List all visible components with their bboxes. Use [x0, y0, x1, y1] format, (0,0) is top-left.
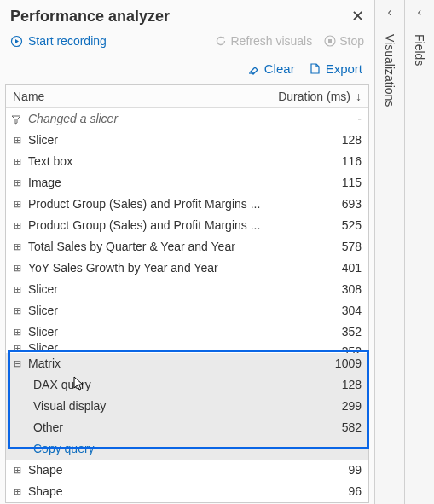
- expand-icon[interactable]: ⊞: [11, 217, 23, 235]
- grid-row[interactable]: ⊞Slicer128: [6, 130, 368, 151]
- row-label: Text box: [28, 153, 72, 171]
- clear-button[interactable]: Clear: [247, 61, 295, 76]
- svg-rect-4: [328, 39, 332, 43]
- export-icon: [309, 62, 321, 75]
- grid-row[interactable]: ⊞Shape96: [6, 481, 368, 502]
- grid-row[interactable]: ⊞Slicer352: [6, 343, 368, 353]
- row-duration: 299: [281, 397, 362, 415]
- performance-analyzer-panel: Performance analyzer ✕ Start recording R…: [0, 0, 375, 504]
- row-duration: 1009: [281, 355, 362, 373]
- sidebar-fields[interactable]: ‹ Fields: [405, 0, 435, 504]
- collapse-icon[interactable]: ⊟: [11, 355, 23, 373]
- row-duration: 115: [281, 174, 362, 192]
- row-label: Slicer: [28, 302, 58, 320]
- close-icon[interactable]: ✕: [351, 7, 364, 26]
- grid-body: Changed a slicer-⊞Slicer128⊞Text box116⊞…: [6, 108, 368, 502]
- clear-label: Clear: [264, 61, 295, 76]
- col-name[interactable]: Name: [6, 85, 263, 107]
- grid-row[interactable]: ⊞Slicer352: [6, 322, 368, 343]
- expand-icon[interactable]: ⊞: [11, 343, 23, 353]
- export-button[interactable]: Export: [309, 61, 362, 76]
- expand-icon[interactable]: ⊞: [11, 259, 23, 277]
- col-duration-label: Duration (ms): [278, 90, 350, 103]
- row-duration: 401: [281, 259, 362, 277]
- grid-row[interactable]: ⊞Slicer308: [6, 279, 368, 300]
- row-duration: 128: [281, 131, 362, 149]
- panel-titlebar: Performance analyzer ✕: [0, 0, 374, 29]
- row-duration: 116: [281, 153, 362, 171]
- row-label: Image: [28, 174, 61, 192]
- expand-icon[interactable]: ⊞: [11, 461, 23, 479]
- sidebar-fields-label: Fields: [413, 34, 426, 66]
- grid-row[interactable]: Changed a slicer-: [6, 108, 368, 130]
- col-duration[interactable]: Duration (ms) ↓: [263, 85, 368, 107]
- row-duration: -: [281, 110, 362, 128]
- grid-row[interactable]: ⊞Product Group (Sales) and Profit Margin…: [6, 215, 368, 236]
- row-label: DAX query: [33, 376, 91, 394]
- row-label: Slicer: [28, 131, 58, 149]
- stop-label: Stop: [339, 34, 364, 48]
- chevron-left-icon[interactable]: ‹: [387, 5, 391, 19]
- grid-row[interactable]: ⊞Slicer304: [6, 300, 368, 322]
- expand-icon[interactable]: ⊞: [11, 153, 23, 171]
- row-duration: 308: [281, 281, 362, 298]
- app-root: Performance analyzer ✕ Start recording R…: [0, 0, 434, 504]
- row-duration: 578: [281, 238, 362, 256]
- row-duration: 304: [281, 302, 362, 320]
- start-recording-button[interactable]: Start recording: [10, 34, 107, 48]
- sidebar-visualizations[interactable]: ‹ Visualizations: [375, 0, 405, 504]
- sidebar-visualizations-label: Visualizations: [383, 34, 396, 107]
- row-label: Product Group (Sales) and Profit Margins…: [28, 217, 260, 235]
- row-label: Shape: [28, 461, 62, 479]
- grid-row[interactable]: ⊞YoY Sales Growth by Year and Year401: [6, 258, 368, 279]
- expand-icon[interactable]: ⊞: [11, 174, 23, 192]
- grid-child-row[interactable]: Visual display299: [6, 396, 368, 417]
- expand-icon[interactable]: ⊞: [11, 302, 23, 320]
- grid-row[interactable]: ⊞Image115: [6, 172, 368, 194]
- grid-row[interactable]: ⊞Shape99: [6, 460, 368, 481]
- sort-arrow-icon: ↓: [356, 90, 362, 103]
- row-label: Slicer: [28, 323, 58, 341]
- row-label: Matrix: [28, 355, 61, 373]
- panel-actions: Start recording Refresh visuals Stop: [0, 29, 374, 56]
- row-duration: 693: [281, 195, 362, 213]
- expand-icon[interactable]: ⊞: [11, 238, 23, 256]
- row-duration: 352: [281, 323, 362, 341]
- row-duration: 96: [281, 483, 362, 501]
- row-label: Shape: [28, 483, 62, 501]
- export-label: Export: [326, 61, 362, 76]
- row-duration: 99: [281, 461, 362, 479]
- grid-child-row[interactable]: Copy query: [6, 438, 368, 460]
- grid-row[interactable]: ⊞Text box116: [6, 151, 368, 172]
- row-label[interactable]: Copy query: [33, 440, 95, 458]
- row-duration: 582: [281, 419, 362, 437]
- stop-icon: [324, 35, 336, 47]
- row-label: Product Group (Sales) and Profit Margins…: [28, 195, 260, 213]
- results-grid: Name Duration (ms) ↓ Changed a slicer-⊞S…: [5, 84, 369, 503]
- eraser-icon: [247, 62, 260, 75]
- expand-icon[interactable]: ⊞: [11, 323, 23, 341]
- chevron-left-icon[interactable]: ‹: [417, 5, 421, 19]
- svg-marker-2: [223, 37, 226, 39]
- row-label: Other: [33, 419, 63, 437]
- clear-export-bar: Clear Export: [0, 56, 374, 84]
- row-label: YoY Sales Growth by Year and Year: [28, 259, 218, 277]
- expand-icon[interactable]: ⊞: [11, 483, 23, 501]
- filter-icon: [11, 114, 23, 125]
- expand-icon[interactable]: ⊞: [11, 195, 23, 213]
- row-label: Total Sales by Quarter & Year and Year: [28, 238, 235, 256]
- grid-child-row[interactable]: Other582: [6, 417, 368, 438]
- grid-row[interactable]: ⊞Total Sales by Quarter & Year and Year5…: [6, 236, 368, 258]
- record-icon: [10, 35, 23, 48]
- grid-child-row[interactable]: DAX query128: [6, 374, 368, 396]
- svg-marker-1: [15, 39, 19, 43]
- panel-title: Performance analyzer: [10, 8, 170, 26]
- expand-icon[interactable]: ⊞: [11, 281, 23, 298]
- expand-icon[interactable]: ⊞: [11, 131, 23, 149]
- grid-row[interactable]: ⊞Product Group (Sales) and Profit Margin…: [6, 194, 368, 215]
- row-duration: 352: [281, 343, 362, 353]
- refresh-visuals-label: Refresh visuals: [230, 34, 312, 48]
- row-label: Visual display: [33, 397, 106, 415]
- grid-row[interactable]: ⊟Matrix1009: [6, 353, 368, 374]
- row-duration: 128: [281, 376, 362, 394]
